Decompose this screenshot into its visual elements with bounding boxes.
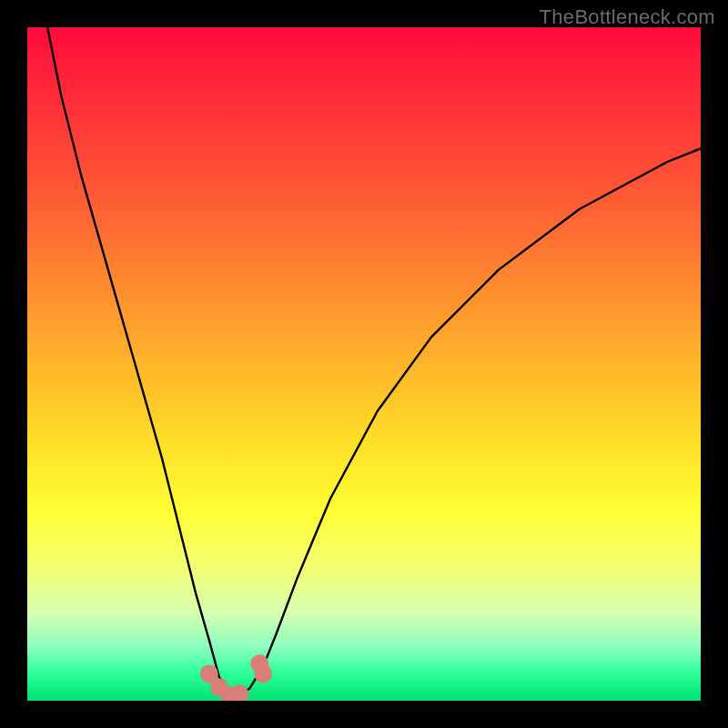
watermark-text: TheBottleneck.com [540,5,715,29]
chart-svg [27,27,701,701]
bottleneck-curve [47,27,701,694]
right-caliper-bottom [254,664,272,682]
marker-group [200,654,272,701]
chart-area [27,27,701,701]
